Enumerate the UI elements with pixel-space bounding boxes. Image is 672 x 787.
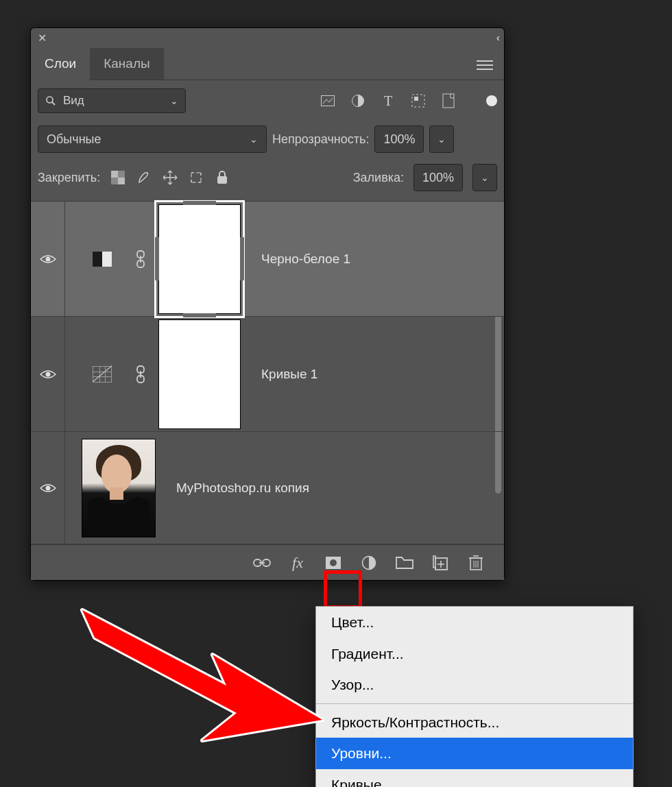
svg-rect-9: [118, 178, 125, 184]
layer-row[interactable]: Кривые 1: [31, 317, 504, 432]
layer-image-thumb[interactable]: [82, 439, 156, 537]
panel-tabs: Слои Каналы: [31, 47, 504, 80]
fill-label: Заливка:: [353, 171, 404, 185]
menu-item-levels[interactable]: Уровни...: [316, 738, 633, 769]
menu-item-pattern[interactable]: Узор...: [316, 669, 633, 701]
visibility-toggle[interactable]: [31, 317, 65, 431]
lock-pixels-icon[interactable]: [136, 169, 152, 186]
chevron-down-icon: ⌄: [170, 95, 178, 106]
bw-adjustment-icon: [93, 250, 112, 269]
tab-channels[interactable]: Каналы: [90, 48, 163, 80]
search-icon: [45, 95, 56, 106]
lock-all-icon[interactable]: [214, 169, 230, 186]
tab-layers[interactable]: Слои: [31, 48, 90, 81]
svg-point-25: [330, 559, 337, 566]
visibility-toggle[interactable]: [31, 202, 65, 316]
svg-point-0: [47, 97, 53, 103]
link-mask-icon[interactable]: [131, 250, 150, 269]
filter-row: Вид ⌄ T: [31, 80, 504, 121]
filter-smart-icon[interactable]: [441, 93, 456, 108]
svg-point-20: [45, 485, 50, 490]
new-group-icon[interactable]: [396, 554, 413, 572]
adjustment-context-menu: Цвет... Градиент... Узор... Яркость/Конт…: [315, 606, 634, 787]
filter-pixel-icon[interactable]: [320, 93, 335, 108]
collapse-icon[interactable]: ‹‹: [496, 32, 497, 43]
lock-label: Закрепить:: [38, 171, 100, 185]
add-mask-icon[interactable]: [324, 554, 342, 572]
filter-shape-icon[interactable]: [411, 93, 426, 108]
blend-mode-select[interactable]: Обычные ⌄: [38, 125, 267, 153]
panel-menu-icon[interactable]: [477, 58, 493, 70]
close-icon[interactable]: ✕: [38, 32, 47, 45]
fx-icon[interactable]: fx: [289, 554, 307, 572]
menu-separator: [316, 703, 633, 704]
panel-bottom-bar: fx: [31, 544, 504, 580]
svg-rect-10: [191, 173, 201, 182]
menu-item-curves[interactable]: Кривые...: [316, 769, 633, 787]
svg-rect-11: [217, 176, 227, 184]
svg-point-16: [45, 372, 50, 376]
lock-artboard-icon[interactable]: [188, 169, 204, 186]
menu-item-color[interactable]: Цвет...: [316, 607, 633, 638]
lock-position-icon[interactable]: [162, 169, 178, 186]
layer-name[interactable]: Черно-белое 1: [261, 252, 350, 267]
layers-list: Черно-белое 1 Кривые 1 MyPhotoshop.ru ко…: [31, 201, 504, 544]
blend-row: Обычные ⌄ Непрозрачность: 100% ⌄: [31, 121, 504, 157]
filter-icons: T: [320, 93, 456, 108]
blend-mode-value: Обычные: [47, 132, 101, 147]
fill-input[interactable]: 100%: [413, 164, 463, 191]
lock-transparency-icon[interactable]: [110, 169, 126, 186]
filter-type-select[interactable]: Вид ⌄: [38, 88, 186, 113]
filter-toggle[interactable]: [486, 95, 497, 106]
layers-panel: ✕ ‹‹ Слои Каналы Вид ⌄ T: [30, 27, 505, 581]
filter-type-label: Вид: [63, 94, 84, 108]
layer-row[interactable]: MyPhotoshop.ru копия: [31, 432, 504, 544]
curves-adjustment-icon: [93, 365, 112, 384]
filter-adjustment-icon[interactable]: [350, 93, 365, 108]
opacity-label: Непрозрачность:: [272, 132, 369, 147]
chevron-down-icon: ⌄: [250, 134, 258, 145]
layer-name[interactable]: Кривые 1: [261, 367, 317, 382]
link-layers-icon[interactable]: [253, 554, 271, 572]
panel-topbar: ✕ ‹‹: [31, 28, 504, 47]
svg-rect-5: [414, 97, 418, 101]
arrow-annotation: [69, 596, 357, 754]
fill-slider-trigger[interactable]: ⌄: [472, 164, 497, 191]
new-adjustment-layer-icon[interactable]: [360, 554, 378, 572]
layer-mask-thumb[interactable]: [158, 204, 241, 314]
svg-point-12: [45, 256, 50, 261]
link-mask-icon[interactable]: [131, 365, 150, 384]
new-layer-icon[interactable]: [431, 554, 449, 572]
layer-row[interactable]: Черно-белое 1: [31, 202, 504, 317]
opacity-slider-trigger[interactable]: ⌄: [429, 125, 454, 153]
filter-type-icon[interactable]: T: [381, 93, 396, 108]
delete-layer-icon[interactable]: [467, 554, 485, 572]
svg-rect-8: [111, 171, 118, 178]
layer-mask-thumb[interactable]: [158, 319, 241, 429]
menu-item-brightness[interactable]: Яркость/Контрастность...: [316, 707, 633, 738]
svg-rect-6: [443, 94, 454, 108]
lock-row: Закрепить: Заливка: 100% ⌄: [31, 157, 504, 201]
visibility-toggle[interactable]: [31, 432, 65, 544]
svg-line-1: [52, 102, 55, 105]
opacity-input[interactable]: 100%: [374, 125, 424, 153]
menu-item-gradient[interactable]: Градиент...: [316, 638, 633, 670]
layer-name[interactable]: MyPhotoshop.ru копия: [176, 481, 309, 496]
